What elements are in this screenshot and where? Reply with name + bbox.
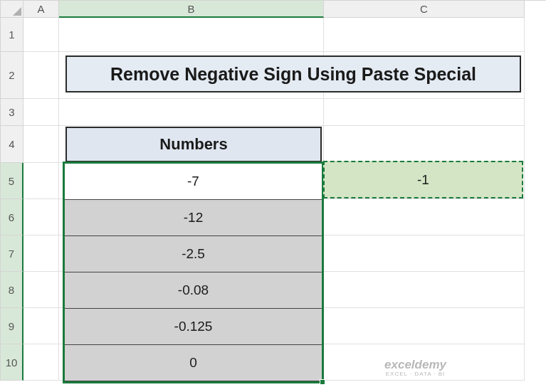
watermark-sub: EXCEL · DATA · BI: [384, 371, 446, 378]
selected-range[interactable]: -7 -12 -2.5 -0.08 -0.125 0: [63, 161, 324, 383]
row-header-4[interactable]: 4: [1, 126, 23, 163]
cell-a2[interactable]: [23, 52, 59, 99]
cell-a9[interactable]: [23, 308, 59, 344]
cell-c4[interactable]: [324, 126, 525, 163]
row-header-9[interactable]: 9: [1, 308, 23, 344]
data-cell-b8[interactable]: -0.08: [65, 272, 322, 309]
cell-c3[interactable]: [324, 99, 525, 126]
cell-c9[interactable]: [324, 308, 525, 344]
watermark: exceldemy EXCEL · DATA · BI: [384, 359, 446, 378]
cell-c6[interactable]: [324, 199, 525, 235]
cell-a10[interactable]: [23, 344, 59, 381]
selection-fill-handle[interactable]: [320, 379, 325, 385]
cell-a5[interactable]: [23, 163, 59, 199]
cell-c1[interactable]: [324, 18, 525, 52]
row-header-3[interactable]: 3: [1, 99, 23, 126]
select-all-corner[interactable]: [1, 1, 23, 18]
data-cell-b9[interactable]: -0.125: [65, 309, 322, 345]
cell-b1[interactable]: [59, 18, 324, 52]
data-cell-b7[interactable]: -2.5: [65, 236, 322, 272]
cell-a3[interactable]: [23, 99, 59, 126]
data-cell-b10[interactable]: 0: [65, 345, 322, 381]
cell-a4[interactable]: [23, 126, 59, 163]
data-cell-b5[interactable]: -7: [65, 164, 322, 200]
row-header-8[interactable]: 8: [1, 272, 23, 308]
row-header-6[interactable]: 6: [1, 199, 23, 235]
cell-a7[interactable]: [23, 235, 59, 272]
cell-b3[interactable]: [59, 99, 324, 126]
row-header-7[interactable]: 7: [1, 235, 23, 272]
data-cell-b6[interactable]: -12: [65, 200, 322, 236]
copied-cell-c5[interactable]: -1: [323, 161, 523, 198]
row-header-1[interactable]: 1: [1, 18, 23, 52]
row-header-10[interactable]: 10: [1, 344, 23, 381]
page-title: Remove Negative Sign Using Paste Special: [65, 55, 521, 92]
cell-a6[interactable]: [23, 199, 59, 235]
numbers-column-header: Numbers: [65, 127, 322, 162]
col-header-a[interactable]: A: [23, 1, 59, 18]
cell-a8[interactable]: [23, 272, 59, 308]
col-header-c[interactable]: C: [324, 1, 525, 18]
row-header-5[interactable]: 5: [1, 163, 23, 199]
cell-c8[interactable]: [324, 272, 525, 308]
row-header-2[interactable]: 2: [1, 52, 23, 99]
cell-a1[interactable]: [23, 18, 59, 52]
cell-c7[interactable]: [324, 235, 525, 272]
col-header-b[interactable]: B: [59, 1, 324, 18]
watermark-text: exceldemy: [384, 359, 446, 372]
